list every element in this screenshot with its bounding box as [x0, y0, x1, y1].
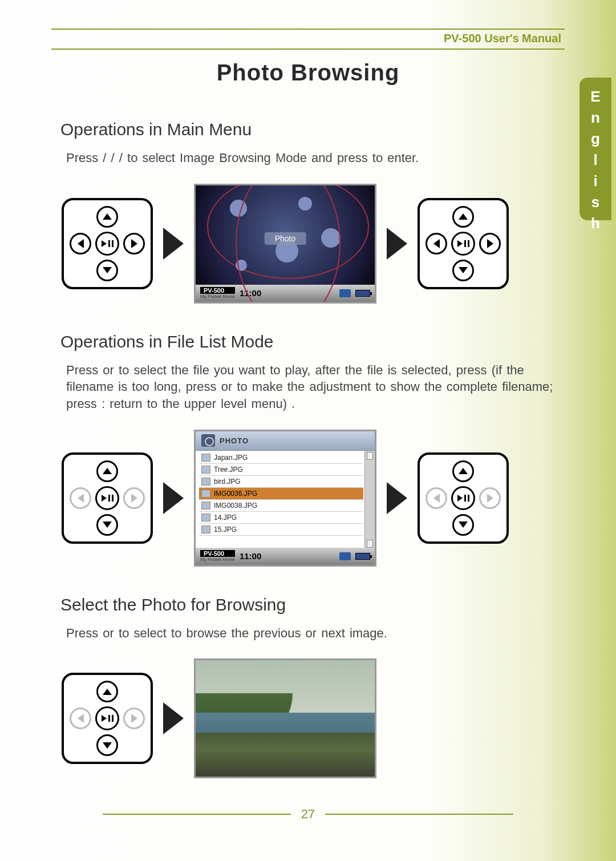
screen-time: 11:00	[240, 288, 261, 298]
dpad-center-icon	[95, 486, 119, 510]
battery-icon	[355, 290, 370, 297]
file-name: Japan.JPG	[214, 454, 248, 462]
file-icon	[201, 478, 210, 486]
photo-preview-screenshot	[194, 658, 376, 778]
file-row: Japan.JPG	[199, 452, 363, 464]
section1-text: Press / / / to select Image Browsing Mod…	[66, 149, 565, 167]
file-icon	[201, 466, 210, 474]
main-menu-screenshot: Photo PV-500 My Pocket Movie 11:00	[194, 184, 376, 304]
file-icon	[201, 514, 210, 522]
scrollbar	[364, 451, 375, 549]
page-footer: 27	[51, 807, 565, 822]
dpad-left-icon	[70, 708, 91, 729]
dpad-up-icon	[96, 681, 118, 702]
file-icon	[201, 454, 210, 462]
dpad-icon	[418, 198, 509, 289]
dpad-up-icon	[96, 460, 118, 482]
file-row: bird.JPG	[199, 476, 363, 488]
battery-icon	[355, 553, 370, 560]
screen-time: 11:00	[240, 551, 261, 561]
dpad-left-icon	[70, 233, 91, 254]
camera-icon	[201, 434, 215, 447]
page-title: Photo Browsing	[51, 60, 565, 86]
dpad-icon	[62, 452, 153, 544]
dpad-down-icon	[96, 260, 118, 281]
file-row: IMG0038.JPG	[199, 500, 363, 512]
dpad-down-icon	[452, 260, 474, 281]
arrow-icon	[163, 228, 184, 260]
dpad-icon	[62, 198, 153, 289]
dpad-up-icon	[96, 206, 118, 228]
dpad-left-icon	[70, 487, 91, 509]
file-name: IMG0036.JPG	[214, 490, 257, 498]
dpad-up-icon	[452, 206, 474, 228]
arrow-icon	[387, 228, 407, 260]
section2-heading: Operations in File List Mode	[60, 332, 565, 351]
file-icon	[201, 526, 210, 533]
section3-row	[62, 658, 565, 778]
screen-subtitle: My Pocket Movie	[200, 557, 235, 562]
arrow-icon	[387, 482, 407, 514]
dpad-center-icon	[95, 232, 119, 256]
dpad-right-icon	[479, 233, 501, 254]
file-icon	[201, 490, 210, 498]
section2-text: Press or to select the file you want to …	[66, 362, 565, 413]
file-list-header: PHOTO	[220, 436, 249, 445]
dpad-center-icon	[451, 486, 475, 510]
file-name: 15.JPG	[214, 526, 237, 533]
screen-model: PV-500	[200, 550, 235, 557]
file-name: IMG0038.JPG	[214, 502, 257, 510]
header-manual-title: PV-500 User's Manual	[51, 32, 565, 50]
screen-subtitle: My Pocket Movie	[200, 294, 235, 299]
page: PV-500 User's Manual Photo Browsing Oper…	[0, 0, 616, 844]
screen-model: PV-500	[200, 287, 235, 294]
arrow-icon	[163, 482, 184, 514]
file-row: 15.JPG	[199, 524, 363, 536]
file-row: Tree.JPG	[199, 464, 363, 476]
header-rule-top	[51, 29, 565, 30]
file-row: IMG0036.JPG	[199, 488, 363, 500]
dpad-left-icon	[425, 487, 447, 509]
sd-icon	[339, 552, 351, 560]
file-name: Tree.JPG	[214, 466, 243, 474]
screen-mode-label: Photo	[265, 232, 306, 245]
section1-heading: Operations in Main Menu	[60, 120, 565, 139]
page-number: 27	[301, 807, 315, 822]
section1-row: Photo PV-500 My Pocket Movie 11:00	[62, 184, 565, 304]
file-list-screenshot: PHOTO Japan.JPGTree.JPGbird.JPGIMG0036.J…	[194, 430, 376, 567]
dpad-right-icon	[123, 233, 145, 254]
section2-row: PHOTO Japan.JPGTree.JPGbird.JPGIMG0036.J…	[62, 430, 565, 567]
dpad-up-icon	[452, 460, 474, 482]
dpad-down-icon	[452, 514, 474, 536]
file-name: 14.JPG	[214, 514, 237, 522]
dpad-right-icon	[123, 708, 145, 729]
dpad-center-icon	[451, 232, 475, 256]
dpad-icon	[62, 673, 153, 764]
file-name: bird.JPG	[214, 478, 241, 486]
dpad-down-icon	[96, 514, 118, 536]
file-row: 14.JPG	[199, 512, 363, 524]
sd-icon	[339, 289, 351, 297]
arrow-icon	[163, 702, 184, 734]
dpad-right-icon	[123, 487, 145, 509]
dpad-center-icon	[95, 706, 119, 730]
dpad-down-icon	[96, 734, 118, 756]
section3-text: Press or to select to browse the previou…	[66, 625, 565, 642]
section3-heading: Select the Photo for Browsing	[60, 595, 565, 615]
file-icon	[201, 502, 210, 510]
dpad-left-icon	[425, 233, 447, 254]
dpad-right-icon	[479, 487, 501, 509]
dpad-icon	[418, 452, 509, 544]
